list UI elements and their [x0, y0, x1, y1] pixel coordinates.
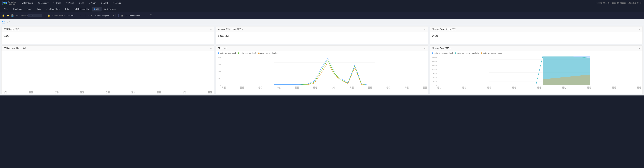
panel-memory-ram-chart-header: Memory RAM ( MB ) ··· [430, 46, 642, 51]
tab-istio[interactable]: Istio [35, 7, 43, 12]
cpu-load-svg [222, 55, 427, 85]
info-icon[interactable]: ⓘ [150, 14, 152, 17]
cpu-average-x-axis: 20:1412-25 20:1612-25 20:1812-25 20:2012… [2, 90, 214, 94]
tab-istio-data-plane[interactable]: Istio Data Plane [44, 7, 62, 12]
profile-icon: 〜 [66, 2, 68, 4]
panel-cpu-usage-header: CPU Usage ( % ) ··· [2, 26, 214, 32]
vm-tab-label[interactable]: VM [2, 20, 6, 24]
legend-dot-total [432, 52, 433, 54]
log-icon: ≡ [79, 2, 80, 4]
save-icon[interactable]: 💾 [11, 14, 14, 17]
nav-alarm[interactable]: ○ Alarm [87, 0, 98, 6]
memory-ram-svg [437, 55, 641, 85]
memory-ram-legend: meter_vm_memory_total meter_vm_memory_av… [430, 51, 642, 55]
nav-event[interactable]: ≡ Event [99, 0, 110, 6]
tab-self-observability[interactable]: SelfObservability [72, 7, 92, 12]
main-content: CPU Usage ( % ) ··· 0.00 Memory RAM Usag… [0, 25, 644, 96]
cpu-usage-body: 0.00 [2, 32, 214, 44]
vm-tab-icons: ⎘ ⬇ [7, 20, 11, 23]
nav-log[interactable]: ≡ Log [77, 0, 86, 6]
panel-memory-swap-header: Memory Swap Usage ( % ) ··· [430, 26, 642, 32]
vm-status-dot [94, 8, 96, 10]
nav-trace[interactable]: 〜 Trace [51, 0, 63, 6]
cpu-load-menu[interactable]: ··· [424, 47, 426, 50]
x-label: 20:2812-25 [182, 90, 186, 94]
timezone-display: UTC +0.0 [628, 2, 636, 4]
top-nav-left: Skywalking Rocketbot ■ Dashboard ⬡ Topol… [2, 0, 123, 6]
tab-vm[interactable]: VM [92, 7, 102, 12]
nav-debug[interactable]: ⬡ Debug [110, 0, 123, 6]
legend-dot-available [455, 52, 456, 54]
service-group-filter: Service Group [16, 14, 42, 17]
folder-icon[interactable]: 📁 [6, 14, 9, 17]
memory-swap-usage-value: 0.00 [432, 34, 438, 38]
debug-icon: ⬡ [112, 2, 114, 4]
top-nav-right: 2022-12-25 20:14 ~ 2022-12-25 2029 UTC +… [596, 2, 642, 4]
legend-dot-load15 [258, 52, 260, 54]
cpu-average-title: CPU Average Used ( % ) [4, 47, 26, 50]
x-label: 20:1812-25 [55, 90, 58, 94]
current-endpoint-select[interactable]: Current Endpoint [94, 14, 116, 17]
tab-event[interactable]: Event [24, 7, 34, 12]
nav-dashboard[interactable]: ■ Dashboard [20, 0, 35, 6]
current-service-label: Current Service [52, 14, 65, 16]
current-service-filter: Current Service vm:null ▼ [52, 14, 83, 17]
folder-tab-icon[interactable]: ⎘ [7, 20, 8, 23]
x-label: 20:2412-25 [132, 90, 135, 94]
panel-memory-ram-usage: Memory RAM Usage ( MB ) ··· 1689.32 [216, 26, 428, 44]
memory-ram-usage-body: 1689.32 [216, 32, 428, 44]
legend-dot-load5 [238, 52, 239, 54]
event-icon: ≡ [101, 2, 102, 4]
lock-icon-2: 🔒 [48, 14, 50, 17]
memory-ram-menu[interactable]: ··· [638, 47, 640, 50]
cpu-average-empty [2, 51, 214, 90]
dashboard-icon: ■ [22, 2, 23, 4]
memory-swap-usage-body: 0.00 [430, 32, 642, 44]
settings-icon[interactable]: ⚙ [637, 2, 639, 4]
service-group-input[interactable] [28, 14, 42, 17]
current-instance-select[interactable]: Current Instance [125, 14, 147, 17]
nav-profile[interactable]: 〜 Profile [64, 0, 76, 6]
memory-ram-x-axis: 20:1412-25 20:1612-25 20:1812-25 20:2112… [437, 86, 641, 90]
cpu-usage-menu[interactable]: ··· [210, 28, 212, 30]
x-label: 20:2212-25 [106, 90, 110, 94]
memory-ram-svg-wrap: 20:1412-25 20:1612-25 20:1812-25 20:2112… [437, 55, 641, 90]
legend-mem-used: meter_vm_memory_used [481, 52, 502, 54]
topology-icon: ⬡ [38, 2, 40, 4]
cpu-average-menu[interactable]: ··· [210, 47, 212, 50]
logo-sub: Rocketbot [8, 3, 16, 5]
tab-k8s[interactable]: K8s [63, 7, 71, 12]
memory-swap-usage-menu[interactable]: ··· [638, 28, 640, 30]
panel-cpu-average-used: CPU Average Used ( % ) ··· 20:1412-25 20… [1, 45, 214, 94]
current-instance-filter: Current Instance ▼ [125, 14, 147, 17]
cpu-load-svg-wrap: 20:1412-25 20:1512-25 20:1712-25 20:1812… [222, 55, 427, 90]
memory-ram-usage-menu[interactable]: ··· [424, 28, 426, 30]
tab-database[interactable]: Database [11, 7, 24, 12]
tab-apm[interactable]: APM [1, 7, 10, 12]
logo: Skywalking Rocketbot [2, 1, 16, 6]
panel-memory-ram-header: Memory RAM Usage ( MB ) ··· [216, 26, 428, 32]
download-tab-icon[interactable]: ⬇ [9, 20, 11, 23]
current-instance-select-wrap: Current Instance ▼ [125, 14, 147, 17]
tab-web-browser[interactable]: Web Browser [102, 7, 119, 12]
nav-topology[interactable]: ⬡ Topology [36, 0, 50, 6]
current-service-select[interactable]: vm:null [66, 14, 83, 17]
panel-cpu-load-header: CPU Load ··· [216, 46, 428, 51]
x-label: 20:2012-25 [80, 90, 84, 94]
datetime-display: 2022-12-25 20:14 ~ 2022-12-25 2029 [596, 2, 626, 4]
panel-cpu-load: CPU Load ··· meter_vm_cpu_load1 meter_vm… [216, 45, 428, 94]
expand-icon[interactable]: ⛶ [640, 2, 642, 4]
alarm-icon: ○ [89, 2, 90, 4]
cpu-load-chart-area: 0.08 0.06 0.04 0.02 0 [216, 55, 428, 90]
x-label: 20:1412-25 [4, 90, 8, 94]
memory-ram-usage-title: Memory RAM Usage ( MB ) [218, 28, 242, 30]
code-icon: </> [88, 14, 92, 17]
trace-icon: 〜 [53, 2, 55, 4]
filter-bar: 🔒 📁 💾 Service Group 🔒 Current Service vm… [0, 12, 644, 19]
x-label: 20:2912-25 [208, 90, 212, 94]
memory-ram-title: Memory RAM ( MB ) [432, 47, 450, 50]
x-label: 20:1612-25 [29, 90, 33, 94]
top-nav: Skywalking Rocketbot ■ Dashboard ⬡ Topol… [0, 0, 644, 6]
cpu-load-legend: meter_vm_cpu_load1 meter_vm_cpu_load5 me… [216, 51, 428, 55]
x-label: 20:2612-25 [157, 90, 161, 94]
